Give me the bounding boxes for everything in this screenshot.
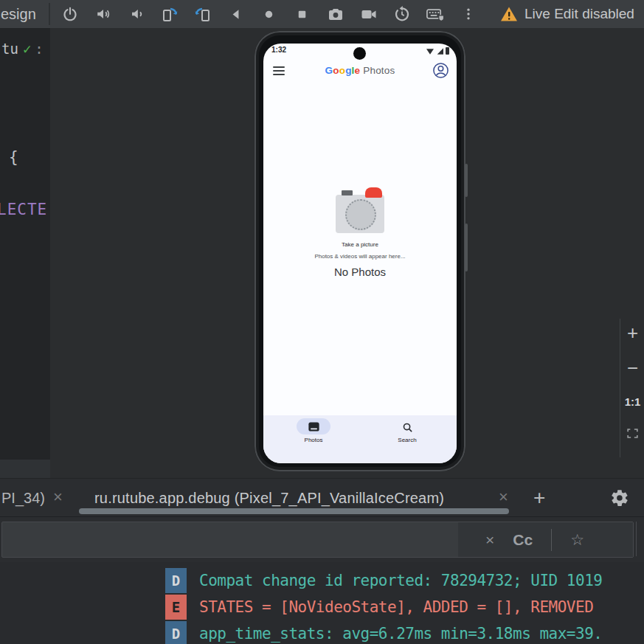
wifi-icon	[426, 48, 434, 55]
signal-icon	[436, 48, 443, 55]
more-options-button[interactable]	[459, 4, 477, 24]
settings-gear-button[interactable]	[610, 488, 629, 510]
emulator-toolbar: esign	[0, 0, 644, 28]
add-device-button[interactable]: +	[530, 479, 548, 517]
camera-shutter-detail	[342, 190, 353, 195]
status-bar-icons	[426, 47, 449, 55]
home-button[interactable]	[260, 4, 278, 24]
actual-size-button[interactable]: 1:1	[620, 395, 644, 408]
search-input[interactable]	[8, 522, 439, 558]
toolbar-divider	[49, 3, 50, 25]
power-icon	[62, 6, 78, 22]
nav-tab-photos[interactable]: Photos	[284, 415, 343, 443]
account-avatar[interactable]	[432, 62, 449, 79]
logcat-output[interactable]: D Compat change id reported: 78294732; U…	[0, 562, 644, 644]
photos-tab-icon	[308, 422, 319, 432]
log-message: Compat change id reported: 78294732; UID…	[199, 572, 602, 589]
rotate-right-button[interactable]	[193, 4, 212, 24]
device-power-button	[465, 224, 468, 271]
search-icons-divider	[551, 529, 552, 551]
snapshot-button[interactable]	[392, 4, 411, 24]
logcat-search-field[interactable]: × Cc ☆	[1, 522, 634, 558]
back-icon	[229, 7, 243, 21]
gutter-check-icon: ✓	[23, 41, 31, 57]
screen-record-button[interactable]	[359, 4, 378, 24]
device-screen[interactable]: 1:32 Google Photos Take a picture Photos…	[263, 44, 457, 463]
empty-state-line2: Photos & videos will appear here...	[263, 253, 457, 260]
log-level-badge: D	[165, 568, 187, 593]
active-tab-underline	[79, 508, 509, 514]
account-circle-icon	[432, 62, 449, 79]
emulator-device-frame: 1:32 Google Photos Take a picture Photos…	[255, 31, 465, 471]
search-action-icons: × Cc ☆	[485, 522, 584, 557]
warning-icon	[500, 6, 518, 22]
rotate-left-button[interactable]	[160, 4, 179, 24]
fit-to-window-button[interactable]	[620, 426, 644, 443]
close-icon[interactable]: ×	[53, 479, 63, 517]
device-volume-button	[465, 164, 468, 197]
home-icon	[262, 7, 276, 21]
volume-down-icon	[128, 6, 145, 22]
emulator-toolbar-icons	[60, 0, 477, 28]
volume-up-icon	[95, 6, 111, 22]
rotate-right-icon	[194, 5, 212, 23]
status-bar-time: 1:32	[271, 46, 286, 54]
camera-flash-detail	[365, 187, 382, 198]
log-message: STATES = [NoVideoState], ADDED = [], REM…	[199, 598, 593, 616]
code-fragment-run-line: tu✓:	[1, 41, 44, 57]
nav-tab-search[interactable]: Search	[378, 415, 437, 443]
screenshot-button[interactable]	[326, 4, 344, 24]
power-button[interactable]	[60, 4, 79, 24]
google-photos-logo: Google Photos	[263, 65, 457, 76]
overview-button[interactable]	[293, 4, 311, 24]
live-edit-status[interactable]: Live Edit disabled	[500, 0, 634, 28]
more-vert-icon	[461, 6, 476, 22]
log-level-badge: D	[165, 621, 187, 644]
match-case-toggle[interactable]: Cc	[513, 532, 533, 547]
android-studio-emulator-window: esign	[0, 0, 644, 644]
log-message: app_time_stats: avg=6.27ms min=3.18ms ma…	[199, 625, 602, 643]
log-level-badge: E	[165, 595, 187, 620]
zoom-in-button[interactable]: +	[620, 322, 644, 344]
clear-search-icon[interactable]: ×	[485, 532, 494, 547]
live-edit-label: Live Edit disabled	[524, 6, 634, 22]
video-camera-icon	[360, 5, 378, 23]
restore-history-icon	[393, 5, 411, 23]
search-icon	[402, 422, 413, 433]
editor-bottom-block	[0, 460, 50, 478]
logcat-row: D Compat change id reported: 78294732; U…	[165, 568, 602, 593]
empty-state-camera-illustration	[336, 195, 384, 233]
search-row-edge-control	[636, 522, 644, 556]
nav-photos-pill	[297, 418, 330, 434]
code-editor-strip[interactable]: tu✓: { LECTE	[0, 28, 50, 478]
empty-state-title: No Photos	[263, 266, 457, 278]
rotate-left-icon	[161, 5, 179, 23]
camera-icon	[327, 5, 344, 23]
overview-icon	[295, 7, 309, 21]
code-fragment-selected: LECTE	[0, 201, 47, 218]
logcat-row: D app_time_stats: avg=6.27ms min=3.18ms …	[165, 621, 602, 644]
camera-punch-hole	[353, 47, 366, 60]
volume-up-button[interactable]	[94, 4, 112, 24]
nav-search-label: Search	[378, 437, 437, 443]
design-tab-label[interactable]: esign	[1, 0, 36, 28]
volume-down-button[interactable]	[127, 4, 145, 24]
camera-lens-detail	[345, 199, 376, 230]
star-filter-icon[interactable]: ☆	[570, 532, 584, 547]
battery-icon	[446, 47, 449, 55]
gear-icon	[610, 488, 629, 508]
tab-partial-device[interactable]: PI_34)	[1, 479, 45, 517]
fit-screen-icon	[626, 426, 640, 440]
zoom-out-button[interactable]: −	[620, 357, 644, 380]
back-button[interactable]	[226, 4, 245, 24]
nav-search-iconbox	[390, 420, 424, 434]
nav-photos-label: Photos	[284, 437, 343, 443]
keyboard-shield-icon	[426, 5, 444, 23]
photos-bottom-nav: Photos Search	[263, 415, 457, 463]
logcat-search-row: × Cc ☆	[0, 516, 644, 563]
emulator-zoom-panel: + − 1:1	[620, 319, 644, 457]
running-devices-tab-bar: PI_34) × ru.rutube.app.debug (Pixel_7_AP…	[0, 478, 644, 517]
virtual-input-button[interactable]	[426, 4, 444, 24]
empty-state-line1: Take a picture	[263, 241, 457, 248]
logcat-row: E STATES = [NoVideoState], ADDED = [], R…	[165, 595, 593, 620]
